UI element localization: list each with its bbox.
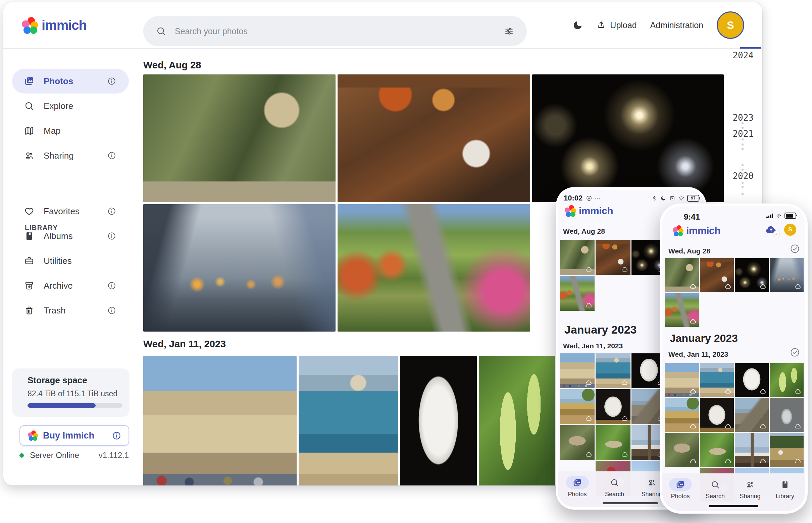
info-icon[interactable] — [107, 207, 116, 216]
photo-berries[interactable] — [770, 363, 804, 397]
photo-sculpt2[interactable] — [595, 389, 630, 424]
photo-lizard2[interactable] — [595, 425, 630, 460]
photo-bust[interactable] — [400, 356, 477, 485]
photo-dinner[interactable] — [700, 258, 734, 292]
timeline-scrubber-handle[interactable] — [740, 47, 761, 49]
info-icon[interactable] — [107, 281, 116, 290]
photo-coast[interactable] — [299, 356, 398, 485]
select-all-check-icon[interactable] — [790, 347, 800, 357]
administration-link[interactable]: Administration — [650, 20, 703, 30]
backup-cloud-button[interactable] — [764, 223, 778, 236]
photo-bust[interactable] — [735, 363, 769, 397]
sidebar-item-map[interactable]: Map — [12, 118, 129, 143]
immich-flower-icon — [672, 225, 683, 236]
phone2-nav-sharing[interactable]: Sharing — [733, 478, 767, 500]
search-bar[interactable] — [143, 16, 527, 46]
nav-label: Photos — [568, 491, 587, 498]
photo-fireworks[interactable] — [735, 258, 769, 292]
photo-hands[interactable] — [143, 204, 335, 331]
photo-zoo[interactable] — [143, 74, 335, 202]
phone2-nav-search[interactable]: Search — [698, 478, 732, 500]
phone2-nav-photos[interactable]: Photos — [663, 478, 697, 500]
sidebar-item-utilities[interactable]: Utilities — [12, 249, 129, 273]
search-input[interactable] — [174, 26, 496, 37]
cloud-sync-icon — [725, 388, 731, 395]
user-avatar[interactable]: S — [784, 223, 796, 236]
timeline-tick — [742, 139, 744, 141]
sidebar-item-sharing[interactable]: Sharing — [12, 143, 129, 168]
sidebar-item-trash[interactable]: Trash — [12, 298, 129, 323]
photo-lizard2[interactable] — [700, 433, 734, 467]
photo-park[interactable] — [665, 293, 699, 327]
sidebar-item-photos[interactable]: Photos — [12, 69, 129, 93]
search-filters-icon[interactable] — [504, 26, 514, 36]
ellipsis-icon: ⋯ — [594, 195, 601, 202]
photo-beach[interactable] — [665, 398, 699, 432]
phone2-nav-library[interactable]: Library — [768, 478, 802, 500]
photo-park[interactable] — [338, 204, 530, 331]
sidebar-item-label: Favorites — [44, 206, 80, 217]
info-icon[interactable] — [107, 77, 116, 86]
photo-beach[interactable] — [560, 389, 594, 424]
phone1-immich-logo: immich — [564, 205, 613, 217]
photo-ruins[interactable] — [735, 398, 769, 432]
sidebar-item-albums[interactable]: Albums — [12, 223, 129, 249]
photo-row — [560, 240, 667, 275]
user-avatar[interactable]: S — [717, 12, 744, 39]
photo-row — [665, 258, 804, 292]
cloud-sync-icon — [586, 302, 592, 309]
phone2-screen: 9:41 immich S Wed, Aug 28 January 2023 W… — [662, 206, 805, 511]
info-icon[interactable] — [107, 306, 116, 315]
select-all-check-icon[interactable] — [790, 244, 800, 254]
buy-immich-button[interactable]: Buy Immich — [19, 425, 129, 446]
photo-zoo[interactable] — [560, 240, 594, 275]
phone1-date-header-2: Wed, Jan 11, 2023 — [563, 342, 623, 350]
cellular-signal-icon — [766, 213, 773, 218]
photo-dinner[interactable] — [595, 240, 630, 275]
photo-trophy[interactable] — [770, 398, 804, 432]
cloud-sync-icon — [725, 458, 731, 465]
immich-flower-icon — [21, 17, 38, 33]
photo-zoo[interactable] — [665, 258, 699, 292]
dark-mode-toggle[interactable] — [572, 20, 583, 31]
timeline-year-2021[interactable]: 2021 — [713, 129, 754, 139]
photo-park[interactable] — [560, 276, 594, 311]
photo-fortress[interactable] — [665, 363, 699, 397]
storage-progress — [28, 403, 122, 408]
photo-lizard[interactable] — [560, 425, 594, 460]
photo-berries[interactable] — [479, 356, 555, 485]
phone1-nav-photos[interactable]: Photos — [560, 476, 595, 498]
photo-fortress[interactable] — [143, 356, 297, 485]
photo-hands[interactable] — [770, 258, 804, 292]
photo-lizard[interactable] — [665, 433, 699, 467]
info-icon[interactable] — [107, 232, 116, 240]
sidebar-item-favorites[interactable]: Favorites — [12, 199, 129, 223]
photo-fireworks[interactable] — [532, 74, 724, 202]
phone-mockup-ios: 9:41 immich S Wed, Aug 28 January 2023 W… — [660, 203, 808, 513]
upload-button[interactable]: Upload — [597, 20, 637, 30]
timeline-tick — [742, 186, 744, 188]
photo-coast[interactable] — [700, 363, 734, 397]
photo-row — [665, 433, 804, 467]
cloud-sync-icon — [586, 266, 592, 273]
photos-icon — [566, 476, 589, 489]
photo-farm[interactable] — [770, 433, 804, 467]
info-icon[interactable] — [112, 431, 121, 440]
photo-dinner[interactable] — [338, 74, 530, 202]
phone2-home-indicator[interactable] — [709, 505, 758, 507]
cloud-sync-icon — [621, 379, 628, 386]
info-icon[interactable] — [107, 151, 116, 160]
phone1-nav-search[interactable]: Search — [597, 476, 632, 498]
immich-logo[interactable]: immich — [21, 17, 87, 33]
photo-coast[interactable] — [595, 353, 630, 388]
timeline-year-2023[interactable]: 2023 — [713, 113, 754, 123]
sidebar-item-archive[interactable]: Archive — [12, 273, 129, 298]
photo-church[interactable] — [735, 433, 769, 467]
sidebar-item-explore[interactable]: Explore — [12, 93, 129, 118]
timeline-year-2024[interactable]: 2024 — [713, 50, 754, 60]
photo-sculpt2[interactable] — [700, 398, 734, 432]
phone1-home-indicator[interactable] — [603, 502, 658, 504]
timeline-year-2020[interactable]: 2020 — [713, 171, 754, 181]
cloud-sync-icon — [760, 283, 766, 290]
photo-fortress[interactable] — [560, 353, 594, 388]
